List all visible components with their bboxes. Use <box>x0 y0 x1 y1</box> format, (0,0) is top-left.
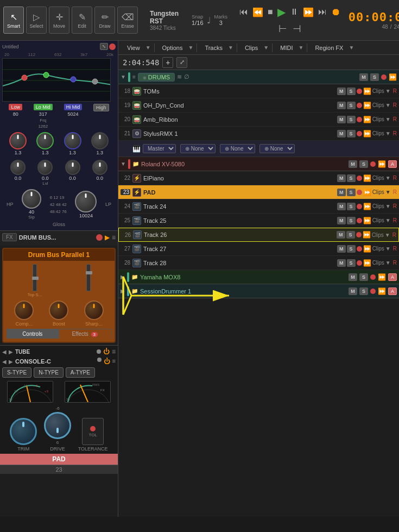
track-19-mute[interactable]: M <box>337 102 346 109</box>
fx-power-button[interactable] <box>96 234 103 241</box>
roland-solo-button[interactable]: S <box>359 160 368 168</box>
eq-gain-1[interactable] <box>10 160 26 175</box>
region-fx-menu[interactable]: Region FX <box>311 43 347 52</box>
drive-knob[interactable] <box>44 412 71 439</box>
eq-knob-hi-mid[interactable] <box>64 132 81 149</box>
effects-tab[interactable]: Effects 3 <box>59 329 112 339</box>
eq-hi-mid-button[interactable]: Hi Mid <box>64 104 83 110</box>
track-18-clips-arrow[interactable]: ▼ <box>385 88 391 94</box>
fx-menu-icon[interactable]: ≡ <box>112 234 116 241</box>
select-tool[interactable]: ▷ Select <box>26 7 47 34</box>
track-24-record[interactable] <box>357 204 362 209</box>
eq-resize-button[interactable]: ⤡ <box>100 43 108 50</box>
track-23-clips-arrow[interactable]: ▼ <box>385 189 391 195</box>
marks-value[interactable]: 3 <box>219 20 223 26</box>
drums-mute-button[interactable]: M <box>359 73 368 81</box>
session-record-button[interactable] <box>370 289 376 294</box>
session-solo-button[interactable]: S <box>359 287 368 295</box>
track-23-solo[interactable]: S <box>347 189 356 196</box>
snap-value[interactable]: 1/16 <box>192 20 203 26</box>
track-19-solo[interactable]: S <box>347 102 356 109</box>
track-20-mute[interactable]: M <box>337 116 346 123</box>
console-next-button[interactable]: ▶ <box>9 349 13 355</box>
options-menu[interactable]: Options <box>158 43 187 52</box>
track-20-clips-arrow[interactable]: ▼ <box>385 116 391 122</box>
console-power-icon[interactable]: ⏻ <box>103 348 110 355</box>
add-marker-button[interactable]: + <box>162 57 173 68</box>
drums-solo-button[interactable]: S <box>370 73 379 81</box>
console-type-menu[interactable]: ≡ <box>112 358 116 365</box>
smart-tool[interactable]: ↖ Smart <box>3 7 24 34</box>
track-28-mute[interactable]: M <box>337 259 346 267</box>
track-21-clips-arrow[interactable]: ▼ <box>385 130 391 136</box>
sharp-knob[interactable] <box>84 301 104 320</box>
track-22-solo[interactable]: S <box>347 174 356 182</box>
track-21-solo[interactable]: S <box>347 130 356 137</box>
track-26-mute[interactable]: M <box>337 231 345 239</box>
move-tool[interactable]: ✛ Move <box>49 7 69 34</box>
return-to-zero-button[interactable]: ⊢ <box>277 22 288 36</box>
track-25-solo[interactable]: S <box>347 217 356 224</box>
stop-button[interactable]: ■ <box>267 6 274 18</box>
session-expand-arrow[interactable]: ▶ <box>121 288 125 294</box>
drums-group-name[interactable]: ⊕ DRUMS <box>138 73 175 82</box>
track-27-mute[interactable]: M <box>337 245 346 253</box>
track-row-23[interactable]: 23 ⚡ PAD M S ⏩ Clips ▼ R <box>118 185 399 199</box>
fast-forward-button[interactable]: ⏩ <box>302 6 315 18</box>
track-26-send[interactable]: ⏩ <box>363 231 371 239</box>
drums-collapse-arrow[interactable]: ▼ <box>121 74 126 80</box>
track-row-26[interactable]: 26 🎬 Track 26 M S ⏩ Clips ▼ R <box>118 228 399 242</box>
track-row-28[interactable]: 28 🎬 Track 28 M S ⏩ Clips ▼ R <box>118 256 399 270</box>
tracks-menu[interactable]: Tracks <box>200 43 227 52</box>
track-19-clips-arrow[interactable]: ▼ <box>385 102 391 108</box>
eq-knob-lo-mid[interactable] <box>36 132 54 149</box>
track-27-record[interactable] <box>357 246 362 252</box>
track-list[interactable]: ▼ ≡ ⊕ DRUMS ≋ ∅ M S ⏩ <box>118 70 399 517</box>
track-27-send[interactable]: ⏩ <box>363 245 371 253</box>
yamaha-record-button[interactable] <box>370 274 376 280</box>
n-type-button[interactable]: N-TYPE <box>34 367 64 378</box>
drums-send-button[interactable]: ⏩ <box>389 73 397 81</box>
track-24-send[interactable]: ⏩ <box>363 203 371 210</box>
track-25-mute[interactable]: M <box>337 217 346 224</box>
track-28-send[interactable]: ⏩ <box>363 259 371 267</box>
track-26-solo[interactable]: S <box>346 231 355 239</box>
clips-menu[interactable]: Clips <box>240 43 262 52</box>
track-21-send[interactable]: ⏩ <box>363 130 371 137</box>
session-a-button[interactable]: A <box>388 287 397 295</box>
edit-tool[interactable]: ✎ Edit <box>72 7 92 34</box>
track-23-mute[interactable]: M <box>337 189 346 196</box>
console-type-next[interactable]: ▶ <box>9 359 13 365</box>
track-row-19[interactable]: 19 🥁 OH_Dyn_Cond M S ⏩ Clips ▼ R <box>118 98 399 112</box>
track-26-clips-arrow[interactable]: ▼ <box>385 232 390 238</box>
track-19-record[interactable] <box>357 103 362 108</box>
yamaha-send-button[interactable]: ⏩ <box>378 273 386 281</box>
track-23-record[interactable] <box>357 190 362 195</box>
yamaha-expand-arrow[interactable]: ▶ <box>121 274 125 280</box>
loop-end-button[interactable]: ⊣ <box>292 22 302 36</box>
console-type-prev[interactable]: ◀ <box>2 359 7 365</box>
eq-high-button[interactable]: High <box>93 104 109 111</box>
track-row-22[interactable]: 22 ⚡ ElPiano M S ⏩ Clips ▼ R <box>118 171 399 185</box>
track-28-solo[interactable]: S <box>347 259 356 267</box>
rewind-start-button[interactable]: ⏮ <box>238 6 249 18</box>
track-28-record[interactable] <box>357 260 362 266</box>
track-25-clips-arrow[interactable]: ▼ <box>385 217 391 223</box>
track-24-clips-arrow[interactable]: ▼ <box>385 203 391 209</box>
erase-tool[interactable]: ⌫ Erase <box>117 7 138 34</box>
eq-canvas[interactable] <box>2 58 111 102</box>
roland-a-button[interactable]: A <box>388 160 397 168</box>
none-select-3[interactable]: ⊕ None <box>259 144 295 153</box>
session-send-button[interactable]: ⏩ <box>378 287 386 295</box>
track-20-solo[interactable]: S <box>347 116 356 123</box>
track-21-record[interactable] <box>357 131 362 136</box>
eq-low-button[interactable]: Low <box>9 104 22 110</box>
master-select[interactable]: Master <box>143 144 176 153</box>
yamaha-a-button[interactable]: A <box>388 273 397 281</box>
record-button[interactable]: ⏺ <box>330 5 342 19</box>
eq-knob-low[interactable] <box>9 132 27 149</box>
track-22-record[interactable] <box>357 176 362 181</box>
track-row-21[interactable]: 21 ⚙ StylusRMX 1 M S ⏩ Clips ▼ R <box>118 127 399 141</box>
sip-knob[interactable] <box>22 189 41 209</box>
view-menu[interactable]: View <box>123 43 144 52</box>
